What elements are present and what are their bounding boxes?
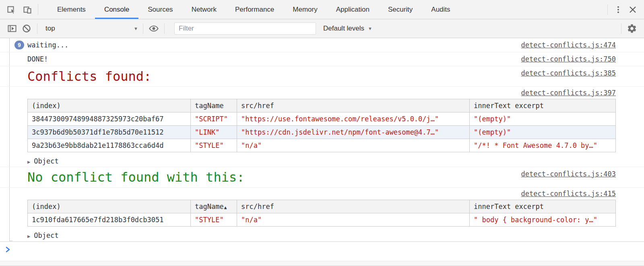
console-log-area: 9 waiting... detect-conflicts.js:474 DON… (0, 38, 644, 266)
table-row: 3c937b6d9b50371df1e78b5d70e11512 "LINK" … (28, 126, 616, 139)
cell-srchref: "n/a" (237, 213, 470, 227)
message-text: No conflict found with this: (27, 170, 521, 185)
cell-tagname: "LINK" (191, 126, 237, 139)
column-header-tagname[interactable]: tagName (191, 99, 237, 113)
settings-gear-icon[interactable] (625, 21, 639, 36)
column-header-tagname-sorted[interactable]: tagName▲ (191, 200, 237, 213)
cell-srchref: "https://use.fontawesome.com/releases/v5… (237, 113, 470, 126)
no-conflict-table: (index) tagName▲ src/href innerText exce… (27, 200, 616, 227)
divider (37, 23, 37, 34)
log-levels-dropdown[interactable]: Default levels ▼ (323, 25, 372, 33)
divider (621, 23, 621, 34)
cell-innertext: "(empty)" (470, 113, 616, 126)
column-header-srchref[interactable]: src/href (237, 200, 470, 213)
source-link[interactable]: detect-conflicts.js:385 (521, 69, 616, 78)
source-link[interactable]: detect-conflicts.js:397 (521, 89, 616, 97)
clear-console-icon[interactable] (19, 21, 34, 36)
devtools-tab-bar: Elements Console Sources Network Perform… (0, 0, 644, 19)
console-message-table-1: detect-conflicts.js:397 (index) tagName … (0, 87, 644, 156)
table-row: 384473009748994887325973c20baf67 "SCRIPT… (28, 113, 616, 126)
cell-innertext: "(empty)" (470, 126, 616, 139)
divider (164, 23, 165, 34)
expand-triangle-icon: ▶ (27, 233, 30, 239)
tab-security[interactable]: Security (379, 0, 422, 19)
tab-application[interactable]: Application (327, 0, 379, 19)
console-toolbar: top ▼ Default levels ▼ (0, 19, 644, 38)
console-messages: 9 waiting... detect-conflicts.js:474 DON… (0, 38, 644, 241)
object-expander-row[interactable]: ▶ Object (0, 156, 644, 167)
table-row: 9a23b63e9bb8dab21e1178863cca6d4d "STYLE"… (28, 139, 616, 152)
column-header-srchref[interactable]: src/href (237, 99, 470, 113)
object-label: Object (34, 157, 58, 165)
tab-performance[interactable]: Performance (226, 0, 283, 19)
message-text: waiting... (27, 41, 521, 49)
chevron-down-icon: ▼ (134, 26, 138, 31)
sort-ascending-icon: ▲ (224, 205, 227, 210)
console-message-done: DONE! detect-conflicts.js:750 (0, 52, 644, 66)
tab-bar-right (604, 0, 644, 19)
tab-elements[interactable]: Elements (48, 0, 95, 19)
console-message-table-2: detect-conflicts.js:415 (index) tagName▲… (0, 188, 644, 230)
repeat-count-badge: 9 (14, 41, 24, 49)
cell-index: 384473009748994887325973c20baf67 (28, 113, 191, 126)
tab-sources[interactable]: Sources (138, 0, 182, 19)
divider (143, 23, 143, 34)
source-link[interactable]: detect-conflicts.js:750 (521, 55, 616, 63)
execution-context-selector[interactable]: top ▼ (44, 25, 140, 33)
tab-audits[interactable]: Audits (422, 0, 459, 19)
console-message-no-conflict: No conflict found with this: detect-conf… (0, 167, 644, 188)
inspect-element-icon[interactable] (4, 2, 19, 17)
cell-index: 3c937b6d9b50371df1e78b5d70e11512 (28, 126, 191, 139)
more-options-kebab-icon[interactable] (611, 2, 625, 17)
cell-tagname: "SCRIPT" (191, 113, 237, 126)
column-header-innertext[interactable]: innerText excerpt (470, 200, 616, 213)
console-message-conflicts-found: Conflicts found: detect-conflicts.js:385 (0, 66, 644, 87)
console-sidebar-toggle-icon[interactable] (5, 21, 19, 36)
table-row: 1c910fda617665e7fd218b3f0dcb3051 "STYLE"… (28, 213, 616, 227)
devtools-window: Elements Console Sources Network Perform… (0, 0, 644, 266)
log-levels-value: Default levels (323, 25, 364, 33)
console-prompt[interactable] (0, 241, 644, 257)
cell-index: 1c910fda617665e7fd218b3f0dcb3051 (28, 213, 191, 227)
tab-network[interactable]: Network (182, 0, 226, 19)
table-header-row: (index) tagName src/href innerText excer… (28, 99, 616, 113)
message-text: Conflicts found: (27, 69, 521, 84)
object-expander-row[interactable]: ▶ Object (0, 230, 644, 241)
cell-index: 9a23b63e9bb8dab21e1178863cca6d4d (28, 139, 191, 152)
divider (607, 4, 608, 15)
bottom-strip (0, 261, 644, 266)
cell-innertext: "/*! * Font Awesome 4.7.0 by…" (470, 139, 616, 152)
tab-console[interactable]: Console (95, 0, 138, 19)
cell-srchref: "n/a" (237, 139, 470, 152)
panel-tabs: Elements Console Sources Network Perform… (48, 0, 460, 19)
expand-triangle-icon: ▶ (27, 159, 30, 165)
chevron-down-icon: ▼ (368, 26, 372, 31)
prompt-chevron-icon (6, 246, 10, 253)
column-header-innertext[interactable]: innerText excerpt (470, 99, 616, 113)
source-link[interactable]: detect-conflicts.js:415 (521, 190, 616, 198)
column-header-index[interactable]: (index) (28, 99, 191, 113)
context-selector-value: top (45, 25, 55, 33)
divider (38, 4, 38, 15)
tab-memory[interactable]: Memory (283, 0, 326, 19)
object-label: Object (34, 231, 58, 239)
device-toolbar-icon[interactable] (20, 2, 35, 17)
cell-innertext: " body { background-color: y…" (470, 213, 616, 227)
conflicts-table: (index) tagName src/href innerText excer… (27, 99, 616, 152)
message-text: DONE! (27, 55, 521, 63)
cell-srchref: "https://cdn.jsdelivr.net/npm/font-aweso… (237, 126, 470, 139)
cell-tagname: "STYLE" (191, 139, 237, 152)
column-header-index[interactable]: (index) (28, 200, 191, 213)
tab-bar-left-icons (0, 0, 35, 19)
table-header-row: (index) tagName▲ src/href innerText exce… (28, 200, 616, 213)
cell-tagname: "STYLE" (191, 213, 237, 227)
console-message-waiting: 9 waiting... detect-conflicts.js:474 (0, 38, 644, 52)
live-expression-eye-icon[interactable] (147, 21, 161, 36)
close-devtools-icon[interactable] (625, 2, 640, 17)
filter-input[interactable] (174, 23, 316, 35)
source-link[interactable]: detect-conflicts.js:474 (521, 41, 616, 49)
source-link[interactable]: detect-conflicts.js:403 (521, 170, 616, 178)
